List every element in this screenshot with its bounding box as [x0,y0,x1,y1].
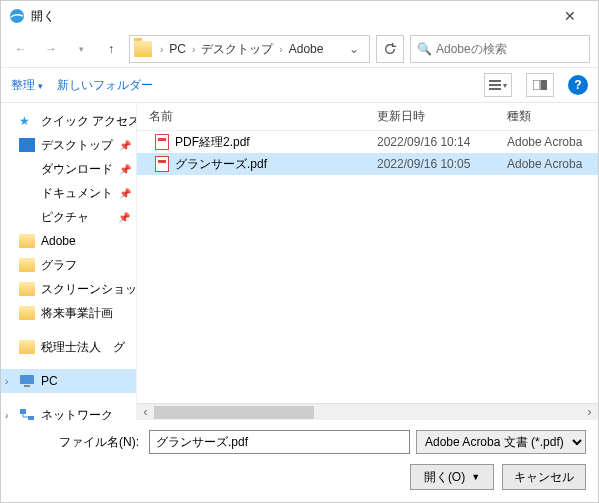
sidebar-item[interactable]: デスクトップ📌 [1,133,136,157]
svg-rect-7 [24,385,30,387]
recent-locations[interactable]: ▾ [69,37,93,61]
view-options[interactable]: ▾ [484,73,512,97]
filename-label: ファイル名(N): [13,434,143,451]
open-dropdown-icon: ▼ [471,472,480,482]
search-icon: 🔍 [417,42,432,56]
search-input[interactable] [436,42,586,56]
scroll-left[interactable]: ‹ [137,405,154,419]
chevron-right-icon: › [277,44,284,55]
folder-icon [19,186,35,200]
column-type[interactable]: 種類 [507,108,598,125]
sidebar-item[interactable]: 将来事業計画 [1,301,136,325]
sidebar-item[interactable]: スクリーンショット [1,277,136,301]
sidebar-item[interactable]: Adobe [1,229,136,253]
footer: ファイル名(N): Adobe Acroba 文書 (*.pdf) 開く(O)▼… [1,420,598,502]
search-box[interactable]: 🔍 [410,35,590,63]
svg-rect-4 [533,80,540,90]
folder-icon [19,306,35,320]
file-type: Adobe Acroba [507,135,598,149]
sidebar: ★ クイック アクセス デスクトップ📌ダウンロード📌ドキュメント📌ピクチャ📌 A… [1,103,136,420]
folder-icon [19,258,35,272]
svg-rect-2 [489,84,501,86]
chevron-right-icon: › [190,44,197,55]
preview-pane-button[interactable] [526,73,554,97]
path-dropdown[interactable]: ⌄ [343,42,365,56]
column-name[interactable]: 名前 [137,108,377,125]
folder-icon [19,282,35,296]
folder-icon [19,234,35,248]
sidebar-network[interactable]: › ネットワーク [1,403,136,420]
crumb-adobe[interactable]: Adobe [285,42,328,56]
pin-icon: 📌 [118,212,130,223]
chevron-right-icon: › [5,376,8,387]
breadcrumb[interactable]: › PC › デスクトップ › Adobe ⌄ [129,35,370,63]
file-date: 2022/09/16 10:14 [377,135,507,149]
horizontal-scrollbar[interactable]: ‹ › [137,403,598,420]
close-button[interactable]: ✕ [550,8,590,24]
toolbar: 整理 ▾ 新しいフォルダー ▾ ? [1,67,598,103]
pin-icon: 📌 [119,140,131,151]
open-button[interactable]: 開く(O)▼ [410,464,494,490]
file-date: 2022/09/16 10:05 [377,157,507,171]
cancel-button[interactable]: キャンセル [502,464,586,490]
file-name: PDF経理2.pdf [175,134,250,151]
sidebar-item[interactable]: グラフ [1,253,136,277]
folder-icon [19,162,35,176]
column-date[interactable]: 更新日時 [377,108,507,125]
filename-input[interactable] [149,430,410,454]
window-title: 開く [31,8,550,25]
file-name: グランサーズ.pdf [175,156,267,173]
new-folder-button[interactable]: 新しいフォルダー [57,77,153,94]
forward-button[interactable]: → [39,37,63,61]
folder-icon [134,41,152,57]
folder-icon [19,210,35,224]
sidebar-item[interactable]: 税理士法人 グ [1,335,136,359]
main-area: ★ クイック アクセス デスクトップ📌ダウンロード📌ドキュメント📌ピクチャ📌 A… [1,103,598,420]
pc-icon [19,374,35,388]
svg-rect-5 [541,80,547,90]
pin-icon: 📌 [119,164,131,175]
sidebar-item[interactable]: ピクチャ📌 [1,205,136,229]
nav-row: ← → ▾ ↑ › PC › デスクトップ › Adobe ⌄ 🔍 [1,31,598,67]
file-type: Adobe Acroba [507,157,598,171]
pin-icon: 📌 [119,188,131,199]
app-icon [9,8,25,24]
file-list[interactable]: PDF経理2.pdf2022/09/16 10:14Adobe Acrobaグラ… [137,131,598,403]
pdf-icon [155,156,169,172]
sidebar-item[interactable]: ダウンロード📌 [1,157,136,181]
back-button[interactable]: ← [9,37,33,61]
title-bar: 開く ✕ [1,1,598,31]
organize-menu[interactable]: 整理 ▾ [11,77,43,94]
svg-rect-3 [489,88,501,90]
file-pane: 名前 更新日時 種類 PDF経理2.pdf2022/09/16 10:14Ado… [136,103,598,420]
column-headers[interactable]: 名前 更新日時 種類 [137,103,598,131]
star-icon: ★ [19,114,35,128]
sidebar-quick-access[interactable]: ★ クイック アクセス [1,109,136,133]
crumb-pc[interactable]: PC [165,42,190,56]
chevron-right-icon: › [158,44,165,55]
refresh-button[interactable] [376,35,404,63]
svg-rect-8 [20,409,26,414]
crumb-desktop[interactable]: デスクトップ [197,41,277,58]
filename-row: ファイル名(N): Adobe Acroba 文書 (*.pdf) [13,430,586,454]
up-button[interactable]: ↑ [99,37,123,61]
svg-rect-1 [489,80,501,82]
pdf-icon [155,134,169,150]
sidebar-item[interactable]: ドキュメント📌 [1,181,136,205]
folder-icon [19,138,35,152]
network-icon [19,408,35,420]
file-row[interactable]: PDF経理2.pdf2022/09/16 10:14Adobe Acroba [137,131,598,153]
help-button[interactable]: ? [568,75,588,95]
filetype-filter[interactable]: Adobe Acroba 文書 (*.pdf) [416,430,586,454]
sidebar-pc[interactable]: › PC [1,369,136,393]
button-row: 開く(O)▼ キャンセル [13,464,586,490]
file-row[interactable]: グランサーズ.pdf2022/09/16 10:05Adobe Acroba [137,153,598,175]
scroll-track[interactable] [154,404,581,420]
scroll-right[interactable]: › [581,405,598,419]
scroll-thumb[interactable] [154,406,314,419]
folder-icon [19,340,35,354]
chevron-right-icon: › [5,410,8,421]
svg-rect-6 [20,375,34,384]
